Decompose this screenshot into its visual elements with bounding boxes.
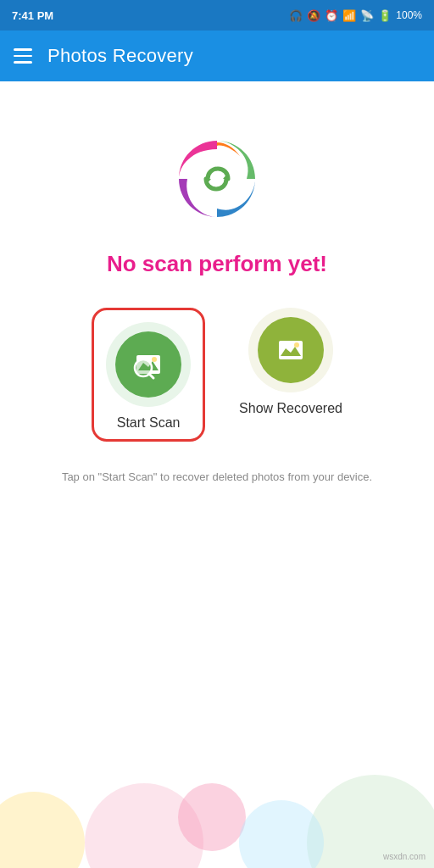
headset-icon: 🎧 xyxy=(289,9,303,22)
start-scan-button[interactable]: Start Scan xyxy=(106,322,191,431)
deco-circle-yellow xyxy=(0,792,85,868)
deco-circle-pink xyxy=(85,783,203,868)
app-title: Photos Recovery xyxy=(47,45,193,67)
menu-button[interactable] xyxy=(14,48,32,64)
status-icons: 🎧 🔕 ⏰ 📶 📡 🔋 100% xyxy=(289,9,422,22)
deco-circle-blue xyxy=(239,800,324,868)
app-bar: Photos Recovery xyxy=(0,31,434,81)
app-logo xyxy=(170,132,264,225)
svg-line-6 xyxy=(149,374,153,378)
battery-percent: 100% xyxy=(396,9,422,21)
watermark: wsxdn.com xyxy=(383,852,426,861)
svg-point-4 xyxy=(152,357,157,362)
status-bar: 7:41 PM 🎧 🔕 ⏰ 📶 📡 🔋 100% xyxy=(0,0,434,31)
start-scan-label: Start Scan xyxy=(117,415,181,431)
alarm-icon: ⏰ xyxy=(325,9,338,22)
start-scan-wrapper[interactable]: Start Scan xyxy=(92,308,205,442)
battery-icon: 🔋 xyxy=(378,9,392,22)
start-scan-circle-bg xyxy=(106,322,191,407)
show-recovered-circle-inner xyxy=(258,317,324,383)
show-recovered-button[interactable]: Show Recovered xyxy=(239,308,342,416)
svg-point-8 xyxy=(294,342,299,348)
no-scan-message: No scan perform yet! xyxy=(107,251,327,277)
show-recovered-circle-bg xyxy=(248,308,333,392)
deco-circle-pink2 xyxy=(178,783,246,851)
show-recovered-label: Show Recovered xyxy=(239,401,342,416)
decorative-background xyxy=(0,715,434,868)
status-time: 7:41 PM xyxy=(12,9,53,22)
svg-rect-7 xyxy=(279,341,303,359)
mute-icon: 🔕 xyxy=(307,9,320,22)
actions-row: Start Scan Show Recovered xyxy=(17,308,417,442)
wifi-icon: 📡 xyxy=(360,9,374,22)
start-scan-circle-inner xyxy=(115,331,181,398)
description-text: Tap on "Start Scan" to recover deleted p… xyxy=(36,469,398,486)
signal-icon: 📶 xyxy=(342,9,356,22)
main-content: No scan perform yet! xyxy=(0,81,434,503)
